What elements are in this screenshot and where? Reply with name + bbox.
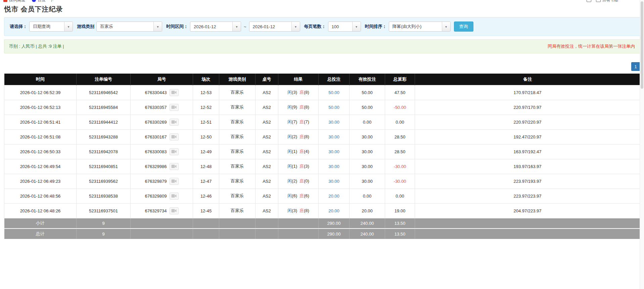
replay-video-icon[interactable]: [170, 163, 179, 170]
payout-value: 28.50: [395, 134, 406, 139]
col-header-time: 时间: [4, 74, 77, 85]
replay-video-icon[interactable]: [170, 178, 179, 185]
cell-bet-no: 523116942078: [77, 144, 131, 159]
total-bet-link[interactable]: 30.00: [328, 134, 339, 139]
cell-total-bet: 30.00: [319, 115, 350, 129]
result-banker-label: 庄: [300, 178, 304, 183]
result-banker-label: 庄: [300, 105, 304, 110]
cell-total-payout: 28.50: [385, 129, 415, 144]
replay-video-icon[interactable]: [170, 207, 179, 214]
result-player-score: (7): [292, 119, 297, 124]
total-bet-link[interactable]: 50.00: [328, 105, 339, 110]
table-row: 2026-01-12 06:51:08 523116943288 6763301…: [4, 129, 640, 144]
cell-note: 223.97/193.97: [415, 174, 640, 189]
result-banker-score: (7): [304, 119, 309, 124]
total-bet-link[interactable]: 30.00: [328, 120, 339, 125]
cell-table-no: AS2: [256, 115, 278, 129]
side-panel-icon[interactable]: [587, 0, 591, 2]
browser-scrollbar[interactable]: [640, 0, 644, 289]
bookmark-sogou[interactable]: 搜狗高速: [3, 0, 25, 3]
cell-round-no: 676330083: [131, 144, 193, 159]
cell-total-bet: 30.00: [319, 159, 350, 174]
game-category-select[interactable]: 百家乐 ▾: [96, 22, 162, 32]
cell-game-category: 百家乐: [219, 189, 256, 203]
cell-session: 12-50: [193, 129, 219, 144]
result-player-score: (2): [292, 134, 297, 139]
replay-video-icon[interactable]: [170, 119, 179, 126]
total-label: 总计: [4, 229, 77, 239]
total-bet-link[interactable]: 30.00: [328, 179, 339, 184]
cell-bet-no: 523116945584: [77, 100, 131, 115]
cell-session: 12-45: [193, 203, 219, 218]
all-bookmarks-button[interactable]: 所有书签: [596, 0, 618, 3]
total-bet-link[interactable]: 20.00: [328, 194, 339, 199]
query-button[interactable]: 查询: [454, 22, 473, 32]
table-row: 2026-01-12 06:49:23 523116939562 6763298…: [4, 174, 640, 189]
query-type-select[interactable]: 日期查询 ▾: [29, 22, 73, 32]
date-from-select[interactable]: 2026-01-12 ▾: [190, 22, 241, 32]
total-bet-link[interactable]: 20.00: [328, 208, 339, 213]
cell-note: 204.97/223.97: [415, 203, 640, 218]
col-header-total-bet: 总投注: [319, 74, 350, 85]
result-player-score: (3): [292, 208, 297, 213]
cell-table-no: AS2: [256, 174, 278, 189]
replay-video-icon[interactable]: [170, 193, 179, 200]
chevron-down-icon: ▾: [232, 22, 241, 31]
cell-total-payout: -30.00: [385, 174, 415, 189]
cell-total-bet: 20.00: [319, 203, 350, 218]
col-header-total-payout: 总派彩: [385, 74, 415, 85]
result-banker-score: (8): [304, 105, 309, 110]
result-player-score: (1): [292, 149, 297, 154]
chevron-down-icon: ▾: [442, 22, 450, 31]
bookmark-baidu[interactable]: 百度一下: [32, 0, 54, 3]
time-sort-value: 降冪(由大到小): [389, 22, 442, 31]
replay-video-icon[interactable]: [170, 104, 179, 111]
all-bookmarks-label: 所有书签: [602, 0, 618, 3]
page-button-1[interactable]: 1: [631, 62, 640, 71]
cell-note: 220.97/220.97: [415, 115, 640, 129]
result-player-label: 闲: [287, 178, 292, 183]
total-bet-link[interactable]: 30.00: [328, 149, 339, 154]
scrollbar-thumb[interactable]: [641, 1, 643, 89]
records-table: 时间 注单编号 局号 场次 游戏类别 桌号 结果 总投注 有效投注 总派彩 备注…: [4, 74, 640, 239]
result-banker-score: (4): [304, 149, 309, 154]
chevron-down-icon: ▾: [64, 22, 73, 31]
replay-video-icon[interactable]: [170, 133, 179, 140]
replay-video-icon[interactable]: [170, 89, 179, 96]
total-bet-link[interactable]: 50.00: [328, 90, 339, 95]
round-number: 676329986: [145, 164, 167, 169]
cell-result: 闲(2)庄(8): [278, 129, 319, 144]
cell-total-payout: 28.50: [385, 144, 415, 159]
replay-video-icon[interactable]: [170, 148, 179, 155]
result-player-label: 闲: [287, 134, 292, 139]
cell-session: 12-52: [193, 100, 219, 115]
cell-time: 2026-01-12 06:52:39: [4, 85, 77, 100]
round-number: 676329809: [145, 194, 167, 199]
cell-total-payout: 19.00: [385, 203, 415, 218]
result-banker-score: (6): [304, 193, 309, 198]
col-header-result: 结果: [278, 74, 319, 85]
date-to-select[interactable]: 2026-01-12 ▾: [249, 22, 300, 32]
cell-game-category: 百家乐: [219, 85, 256, 100]
table-row: 2026-01-12 06:52:13 523116945584 6763303…: [4, 100, 640, 115]
round-number: 676330443: [145, 90, 167, 95]
cell-game-category: 百家乐: [219, 100, 256, 115]
table-row: 2026-01-12 06:49:54 523116940851 6763299…: [4, 159, 640, 174]
cell-valid-bet: 0.00: [350, 189, 385, 203]
col-header-bet-no: 注单编号: [77, 74, 131, 85]
cell-game-category: 百家乐: [219, 144, 256, 159]
query-type-value: 日期查询: [30, 22, 64, 31]
cell-result: 闲(9)庄(8): [278, 100, 319, 115]
cell-round-no: 676329879: [131, 174, 193, 189]
col-header-table-no: 桌号: [256, 74, 278, 85]
time-sort-select[interactable]: 降冪(由大到小) ▾: [389, 22, 451, 32]
cell-bet-no: 523116939562: [77, 174, 131, 189]
browser-bookmark-bar: 搜狗高速 百度一下 所有书签: [0, 0, 644, 4]
cell-bet-no: 523116944412: [77, 115, 131, 129]
table-row: 2026-01-12 06:50:33 523116942078 6763300…: [4, 144, 640, 159]
cell-round-no: 676330167: [131, 129, 193, 144]
page-size-select[interactable]: 100 ▾: [328, 22, 361, 32]
result-banker-label: 庄: [300, 164, 304, 169]
total-bet-link[interactable]: 30.00: [328, 164, 339, 169]
cell-note: 193.97/163.97: [415, 159, 640, 174]
